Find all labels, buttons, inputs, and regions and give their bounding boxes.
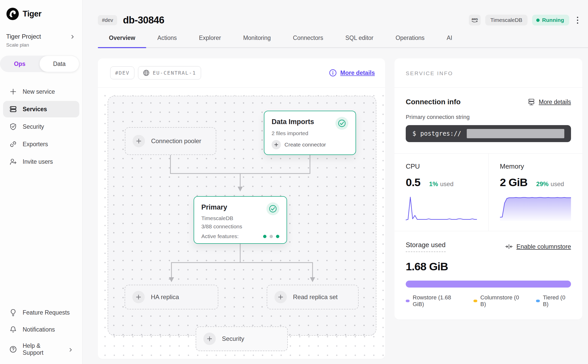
- main-area: #dev db-30846 aws TimescaleDB Running Ov…: [83, 0, 588, 364]
- cpu-value: 0.5: [406, 176, 420, 189]
- active-features-label: Active features:: [201, 233, 239, 239]
- plus-icon: [9, 88, 17, 96]
- sidebar-item-label: New service: [23, 88, 55, 95]
- plus-icon: [133, 135, 145, 147]
- tabs: Overview Actions Explorer Monitoring Con…: [98, 31, 588, 48]
- info-icon: [329, 69, 337, 77]
- node-read-replica-set[interactable]: Read replica set: [267, 285, 359, 309]
- tab-explorer[interactable]: Explorer: [188, 31, 232, 47]
- lightbulb-icon: [9, 309, 17, 316]
- sidebar-item-services[interactable]: Services: [3, 101, 79, 117]
- globe-icon: [143, 70, 150, 76]
- node-label: Security: [222, 335, 244, 342]
- server-icon: [528, 98, 535, 106]
- sidebar-item-security[interactable]: Security: [3, 118, 79, 135]
- node-primary[interactable]: Primary TimescaleDB 3/88 connections Act…: [194, 196, 287, 244]
- help-circle-icon: [9, 345, 17, 353]
- sidebar-item-feature-requests[interactable]: Feature Requests: [3, 304, 79, 321]
- legend-item-columnstore: Columnstore (0 B): [473, 294, 524, 308]
- canvas-more-details-link[interactable]: More details: [340, 70, 375, 76]
- sidebar-item-label: Help & Support: [23, 342, 62, 356]
- legend-label: Tiered (0 B): [543, 294, 571, 308]
- plus-icon: [272, 140, 281, 149]
- create-connector-label: Create connector: [284, 142, 326, 148]
- node-connection-pooler[interactable]: Connection pooler: [125, 127, 216, 155]
- chevron-right-icon: [68, 347, 73, 353]
- connection-string-terminal[interactable]: $ postgres://: [406, 125, 571, 142]
- storage-value: 1.68 GiB: [406, 260, 571, 273]
- user-plus-icon: [9, 158, 17, 166]
- tab-monitoring[interactable]: Monitoring: [232, 31, 282, 47]
- terminal-prompt: $: [412, 130, 416, 137]
- connection-info-section: Connection info More details Primary con…: [394, 87, 582, 153]
- aws-icon: aws: [470, 16, 479, 24]
- node-title: Primary: [201, 203, 227, 211]
- service-info-panel: SERVICE INFO Connection info More detail…: [394, 58, 582, 319]
- sidebar-item-label: Invite users: [23, 158, 53, 165]
- connection-more-details-link[interactable]: More details: [539, 99, 571, 106]
- node-title: Data Imports: [272, 118, 314, 126]
- feature-dot-green: [276, 235, 279, 238]
- tab-overview[interactable]: Overview: [98, 31, 146, 47]
- brand-logo-row[interactable]: Tiger: [0, 7, 82, 21]
- project-switcher[interactable]: Tiger Project Scale plan: [0, 33, 82, 48]
- topology-diagram: Connection pooler Data Imports 2 files i…: [98, 88, 385, 359]
- check-circle-icon: [335, 117, 348, 130]
- chevron-right-icon: [70, 34, 75, 40]
- toggle-ops[interactable]: Ops: [0, 56, 39, 72]
- node-security[interactable]: Security: [196, 326, 288, 351]
- legend-dot-blue: [536, 300, 540, 302]
- page-title: db-30846: [123, 15, 164, 26]
- cpu-title: CPU: [406, 162, 477, 170]
- region-badge: EU-CENTRAL-1: [138, 66, 201, 80]
- sidebar-item-label: Notifications: [23, 326, 55, 333]
- sidebar-item-label: Security: [23, 123, 44, 130]
- redacted-secret: [467, 129, 564, 138]
- region-label: EU-CENTRAL-1: [153, 70, 196, 76]
- cpu-percent: 1%: [429, 180, 438, 188]
- sidebar-item-notifications[interactable]: Notifications: [3, 321, 79, 338]
- sidebar-item-invite-users[interactable]: Invite users: [3, 153, 79, 170]
- enable-columnstore-link[interactable]: Enable columnstore: [516, 243, 571, 250]
- node-ha-replica[interactable]: HA replica: [125, 285, 218, 309]
- check-circle-icon: [266, 202, 279, 215]
- create-connector-button[interactable]: Create connector: [272, 140, 348, 149]
- tab-sql-editor[interactable]: SQL editor: [334, 31, 384, 47]
- legend-item-rowstore: Rowstore (1.68 GiB): [406, 294, 462, 308]
- memory-percent: 29%: [536, 180, 549, 188]
- sidebar-item-label: Feature Requests: [23, 309, 70, 316]
- project-plan: Scale plan: [6, 42, 41, 48]
- primary-connections: 3/88 connections: [201, 223, 279, 230]
- primary-db-type: TimescaleDB: [201, 215, 279, 221]
- panel-header: SERVICE INFO: [394, 58, 582, 87]
- connection-info-title: Connection info: [406, 98, 461, 106]
- node-label: Read replica set: [293, 293, 338, 301]
- sidebar-item-help-support[interactable]: Help & Support: [3, 338, 79, 360]
- plus-icon: [203, 333, 216, 345]
- sidebar-item-whats-new[interactable]: What's new?: [3, 361, 79, 364]
- legend-dot-purple: [406, 300, 410, 302]
- aws-text: aws: [471, 17, 478, 21]
- tab-ai[interactable]: AI: [436, 31, 463, 47]
- storage-legend: Rowstore (1.68 GiB) Columnstore (0 B) Ti…: [406, 294, 571, 308]
- memory-metric: Memory 2 GiB 29% used: [488, 154, 583, 231]
- plus-icon: [274, 291, 287, 303]
- sidebar-item-label: Services: [23, 106, 47, 113]
- header-right: aws TimescaleDB Running: [469, 14, 581, 26]
- tab-connectors[interactable]: Connectors: [282, 31, 334, 47]
- sidebar-item-exporters[interactable]: Exporters: [3, 136, 79, 152]
- node-data-imports[interactable]: Data Imports 2 files imported Create con…: [264, 111, 356, 155]
- active-feature-dots: [263, 235, 279, 238]
- tab-actions[interactable]: Actions: [146, 31, 188, 47]
- app-window: Tiger Tiger Project Scale plan Ops Data …: [0, 0, 588, 364]
- memory-title: Memory: [500, 162, 571, 170]
- toggle-data[interactable]: Data: [39, 56, 79, 72]
- node-label: Connection pooler: [151, 137, 201, 145]
- sidebar-item-new-service[interactable]: New service: [3, 83, 79, 100]
- status-label: Running: [542, 17, 564, 23]
- cpu-metric: CPU 0.5 1% used: [394, 154, 488, 231]
- files-imported-text: 2 files imported: [272, 130, 348, 136]
- kebab-menu-icon[interactable]: [574, 14, 581, 26]
- memory-value: 2 GiB: [500, 176, 528, 189]
- tab-operations[interactable]: Operations: [385, 31, 436, 47]
